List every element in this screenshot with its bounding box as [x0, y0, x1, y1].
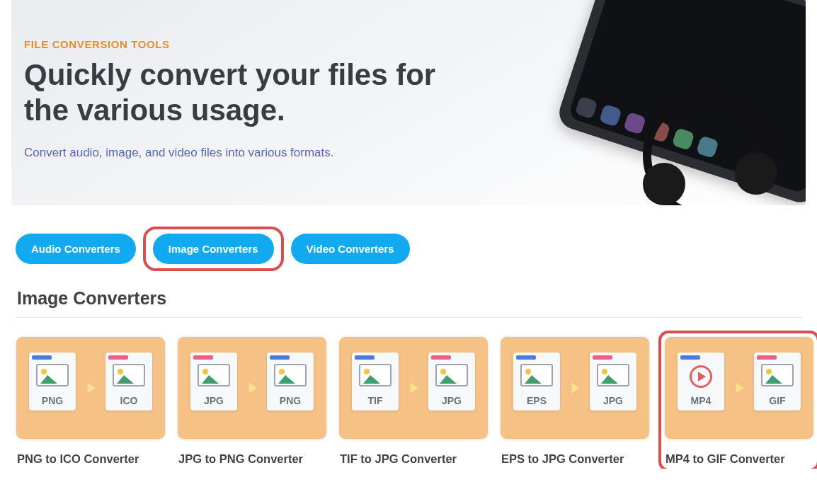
card-eps-to-jpg[interactable]: EPS JPG EPS to JPG Converter	[500, 336, 650, 466]
hero-banner: FILE CONVERSION TOOLS Quickly convert yo…	[11, 0, 806, 205]
play-icon	[690, 365, 712, 388]
card-jpg-to-png-wrap: JPG PNG JPG to PNG Converter	[177, 336, 327, 469]
hero-headphones-image	[643, 92, 784, 205]
card-mp4-to-gif[interactable]: MP4 GIF MP4 to GIF Converter	[664, 336, 814, 466]
card-png-to-ico[interactable]: PNG ICO PNG to ICO Converter	[16, 336, 166, 466]
card-title: PNG to ICO Converter	[16, 452, 166, 466]
file-from-ext: EPS	[513, 395, 560, 406]
tab-audio-wrapper: Audio Converters	[16, 234, 136, 264]
file-to-ext: JPG	[590, 395, 636, 406]
hero-subtitle: Convert audio, image, and video files in…	[24, 146, 463, 160]
hero-title: Quickly convert your files for the vario…	[24, 57, 463, 127]
converter-card-list: PNG ICO PNG to ICO Converter	[13, 336, 804, 469]
file-from-icon: TIF	[352, 353, 399, 411]
arrow-right-icon	[243, 379, 261, 397]
card-png-to-ico-wrap: PNG ICO PNG to ICO Converter	[16, 336, 166, 469]
file-from-ext: MP4	[678, 395, 724, 406]
file-from-ext: PNG	[29, 395, 76, 406]
card-thumb: MP4 GIF	[664, 336, 814, 440]
hero-eyebrow: FILE CONVERSION TOOLS	[24, 38, 463, 50]
card-thumb: TIF JPG	[338, 336, 489, 440]
card-thumb: EPS JPG	[500, 336, 650, 440]
tab-image-converters[interactable]: Image Converters	[153, 234, 274, 264]
tab-video-converters[interactable]: Video Converters	[291, 234, 410, 264]
card-jpg-to-png[interactable]: JPG PNG JPG to PNG Converter	[177, 336, 327, 466]
file-to-ext: GIF	[754, 395, 801, 406]
card-tif-to-jpg[interactable]: TIF JPG TIF to JPG Converter	[338, 336, 489, 466]
card-eps-to-jpg-wrap: EPS JPG EPS to JPG Converter	[500, 336, 650, 469]
tab-image-wrapper: Image Converters	[143, 227, 284, 271]
arrow-right-icon	[730, 379, 748, 397]
file-from-icon: MP4	[678, 353, 724, 411]
arrow-right-icon	[81, 379, 100, 397]
card-thumb: PNG ICO	[16, 336, 166, 440]
file-to-icon: JPG	[428, 353, 475, 411]
arrow-right-icon	[404, 379, 423, 397]
tab-audio-converters[interactable]: Audio Converters	[16, 234, 136, 264]
file-to-ext: JPG	[428, 395, 475, 406]
card-thumb: JPG PNG	[177, 336, 327, 440]
category-tabs: Audio Converters Image Converters Video …	[0, 205, 817, 264]
file-from-icon: JPG	[190, 353, 237, 411]
file-to-ext: ICO	[105, 395, 152, 406]
file-to-icon: GIF	[754, 353, 801, 411]
card-tif-to-jpg-wrap: TIF JPG TIF to JPG Converter	[338, 336, 489, 469]
file-from-icon: PNG	[29, 353, 76, 411]
file-to-icon: ICO	[105, 353, 152, 411]
card-mp4-to-gif-wrap: MP4 GIF MP4 to GIF Converter	[658, 331, 817, 469]
file-to-icon: JPG	[590, 353, 636, 411]
file-from-ext: JPG	[190, 395, 237, 406]
tab-video-wrapper: Video Converters	[291, 234, 410, 264]
divider	[16, 317, 801, 318]
card-title: JPG to PNG Converter	[177, 452, 327, 466]
file-to-icon: PNG	[267, 353, 314, 411]
card-title: TIF to JPG Converter	[338, 452, 489, 466]
file-to-ext: PNG	[267, 395, 314, 406]
card-title: MP4 to GIF Converter	[664, 452, 814, 466]
file-from-icon: EPS	[513, 353, 560, 411]
file-from-ext: TIF	[352, 395, 399, 406]
card-title: EPS to JPG Converter	[500, 452, 650, 466]
arrow-right-icon	[566, 379, 584, 397]
section-title: Image Converters	[17, 288, 800, 309]
